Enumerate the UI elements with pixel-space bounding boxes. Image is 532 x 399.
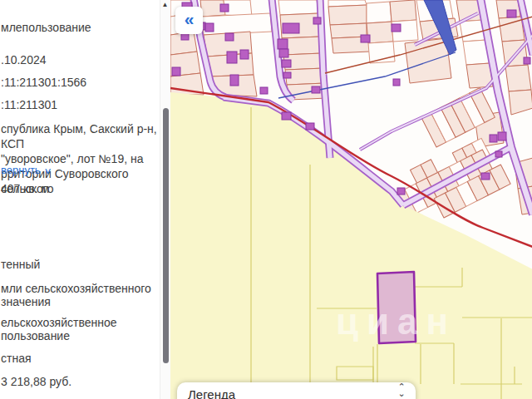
map-viewport[interactable] <box>170 0 532 399</box>
collapse-sidebar-button[interactable]: « <box>175 7 203 34</box>
cadastral-number-value: :11:211301:1566 <box>0 75 86 90</box>
chevron-down-icon: ∨ <box>43 166 52 175</box>
land-category-value: мли сельскохозяйственного значения <box>0 282 151 308</box>
legend-title: Легенда <box>188 387 235 399</box>
screenshot-root: { "panel": { "object_type": "млепользова… <box>0 0 532 399</box>
date-value: .10.2024 <box>0 52 47 67</box>
chevron-down-icon: ⌄ <box>395 390 408 397</box>
selected-parcel[interactable] <box>377 272 416 343</box>
collapse-left-icon: « <box>185 9 195 29</box>
object-info-panel: млепользование .10.2024 :11:211301:1566 … <box>0 0 160 399</box>
cadastral-cost-value: 3 218,88 руб. <box>0 374 71 389</box>
status-value: тенный <box>0 257 40 272</box>
panel-scrollbar-thumb[interactable] <box>163 108 169 363</box>
scroll-up-icon[interactable]: ▲ <box>160 1 170 8</box>
area-value: 407 кв. м <box>0 181 49 196</box>
cadastral-map-canvas[interactable] <box>170 0 532 399</box>
legend-panel: Легенда ⌃ ⌄ <box>177 382 416 399</box>
legend-toggle-button[interactable]: ⌃ ⌄ <box>395 383 408 397</box>
expand-link[interactable]: вернуть∨ <box>0 164 51 176</box>
quarter-number-value: :11:211301 <box>0 97 57 112</box>
expand-link-label: вернуть <box>1 164 41 176</box>
object-type-value: млепользование <box>0 20 91 35</box>
ownership-value: стная <box>0 351 32 366</box>
permitted-use-value: ельскохозяйственное пользование <box>0 316 117 342</box>
